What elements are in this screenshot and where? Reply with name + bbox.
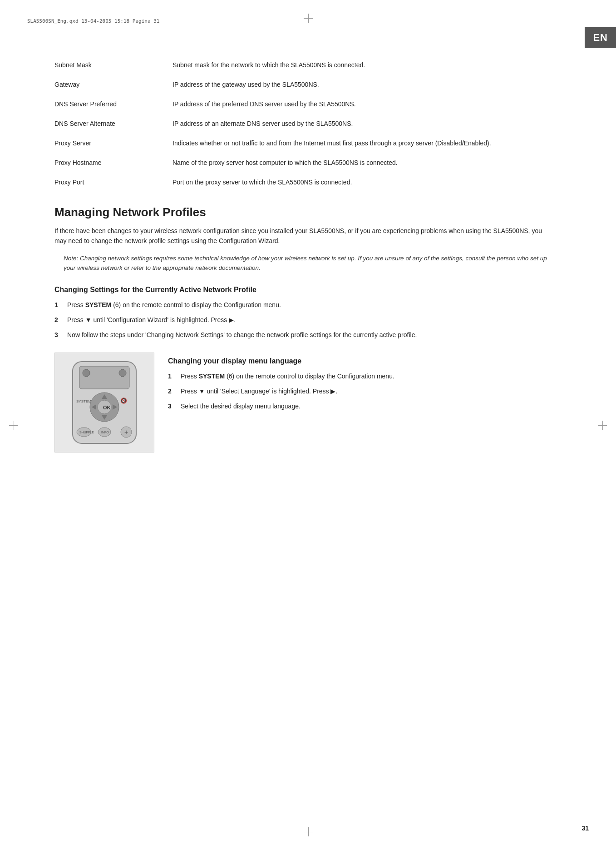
list-text: Press SYSTEM (6) on the remote control t…: [67, 300, 552, 310]
remote-control-image: OK SYSTEM SHUFFLE INFO +: [54, 353, 154, 452]
list-number: 3: [54, 330, 67, 340]
def-row: Subnet MaskSubnet mask for the network t…: [54, 60, 552, 70]
list-item: 2Press ▼ until 'Configuration Wizard' is…: [54, 315, 552, 325]
list-number: 2: [168, 387, 181, 396]
def-row: DNS Server PreferredIP address of the pr…: [54, 99, 552, 109]
def-desc: Indicates whether or not traffic to and …: [172, 139, 552, 148]
def-row: Proxy PortPort on the proxy server to wh…: [54, 178, 552, 187]
crosshair-right-icon: [598, 421, 607, 430]
def-term: Gateway: [54, 80, 172, 88]
svg-point-3: [119, 369, 126, 377]
def-row: Proxy HostnameName of the proxy server h…: [54, 158, 552, 168]
main-content: Subnet MaskSubnet mask for the network t…: [54, 60, 552, 452]
svg-text:+: +: [124, 428, 128, 436]
remote-control-svg: OK SYSTEM SHUFFLE INFO +: [59, 357, 150, 448]
def-row: DNS Server AlternateIP address of an alt…: [54, 119, 552, 129]
subsection-2-text: Changing your display menu language 1Pre…: [168, 353, 552, 424]
list-text: Press ▼ until 'Configuration Wizard' is …: [67, 315, 552, 325]
svg-point-2: [83, 369, 90, 377]
steps-list-1: 1Press SYSTEM (6) on the remote control …: [54, 300, 552, 340]
def-term: Proxy Port: [54, 178, 172, 186]
list-number: 2: [54, 315, 67, 325]
svg-text:INFO: INFO: [101, 431, 109, 434]
def-term: Subnet Mask: [54, 60, 172, 69]
page-container: SLA5500SN_Eng.qxd 13-04-2005 15:18 Pagin…: [0, 0, 616, 850]
def-term: DNS Server Preferred: [54, 99, 172, 108]
crosshair-left-icon: [9, 421, 18, 430]
subsection-heading-1: Changing Settings for the Currently Acti…: [54, 286, 552, 294]
list-number: 3: [168, 402, 181, 411]
list-text: Select the desired display menu language…: [181, 402, 552, 411]
def-term: Proxy Server: [54, 139, 172, 147]
list-item: 3Now follow the steps under 'Changing Ne…: [54, 330, 552, 340]
page-number: 31: [582, 825, 589, 832]
list-number: 1: [168, 372, 181, 381]
svg-text:OK: OK: [103, 405, 111, 410]
def-desc: Port on the proxy server to which the SL…: [172, 178, 552, 187]
steps-list-2: 1Press SYSTEM (6) on the remote control …: [168, 372, 552, 411]
definition-table: Subnet MaskSubnet mask for the network t…: [54, 60, 552, 187]
crosshair-bottom-icon: [304, 827, 313, 836]
def-row: Proxy ServerIndicates whether or not tra…: [54, 139, 552, 148]
def-desc: IP address of an alternate DNS server us…: [172, 119, 552, 129]
list-item: 2Press ▼ until 'Select Language' is high…: [168, 387, 552, 396]
svg-text:SHUFFLE: SHUFFLE: [79, 431, 94, 434]
def-desc: IP address of the gateway used by the SL…: [172, 80, 552, 89]
bottom-section: OK SYSTEM SHUFFLE INFO +: [54, 353, 552, 452]
def-row: GatewayIP address of the gateway used by…: [54, 80, 552, 89]
def-desc: IP address of the preferred DNS server u…: [172, 99, 552, 109]
section-intro-text: If there have been changes to your wirel…: [54, 226, 552, 246]
en-badge: EN: [585, 27, 616, 48]
list-item: 1Press SYSTEM (6) on the remote control …: [168, 372, 552, 381]
svg-text:SYSTEM: SYSTEM: [76, 399, 91, 403]
list-text: Press SYSTEM (6) on the remote control t…: [181, 372, 552, 381]
list-text: Now follow the steps under 'Changing Net…: [67, 330, 552, 340]
list-text: Press ▼ until 'Select Language' is highl…: [181, 387, 552, 396]
section-heading-managing: Managing Network Profiles: [54, 205, 552, 219]
note-block: Note: Changing network settings requires…: [64, 254, 552, 273]
list-item: 3Select the desired display menu languag…: [168, 402, 552, 411]
def-term: DNS Server Alternate: [54, 119, 172, 127]
crosshair-top-icon: [304, 14, 313, 23]
svg-text:🔇: 🔇: [120, 397, 127, 404]
def-desc: Subnet mask for the network to which the…: [172, 60, 552, 70]
subsection-heading-2: Changing your display menu language: [168, 357, 552, 365]
list-number: 1: [54, 300, 67, 310]
def-term: Proxy Hostname: [54, 158, 172, 166]
list-item: 1Press SYSTEM (6) on the remote control …: [54, 300, 552, 310]
def-desc: Name of the proxy server host computer t…: [172, 158, 552, 168]
